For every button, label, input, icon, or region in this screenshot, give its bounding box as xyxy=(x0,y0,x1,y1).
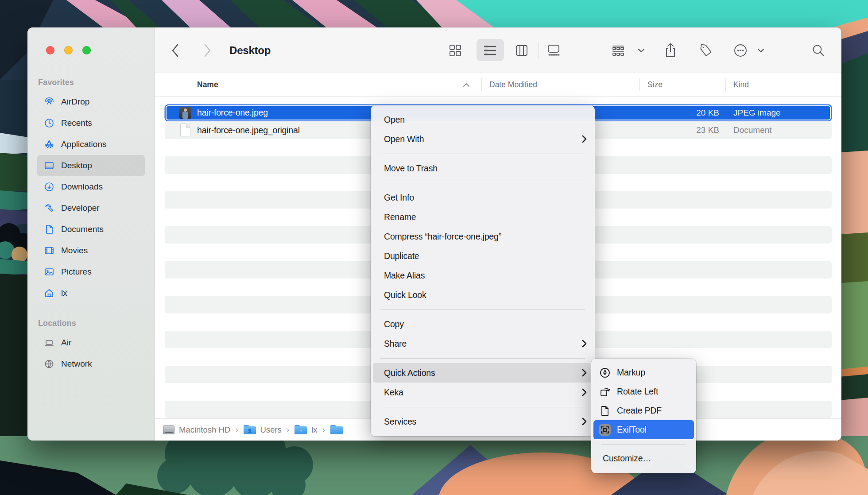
locations-section-label: Locations xyxy=(27,314,155,332)
more-options-button[interactable] xyxy=(729,27,752,73)
sidebar-item-label: Air xyxy=(61,338,71,348)
airdrop-icon xyxy=(43,96,55,108)
sidebar-item-pictures[interactable]: Pictures xyxy=(37,261,145,282)
close-button[interactable] xyxy=(46,46,54,54)
submenu-item-exiftool[interactable]: ExifTool xyxy=(593,420,694,439)
sidebar-item-developer[interactable]: Developer xyxy=(37,197,145,219)
menu-item-make-alias[interactable]: Make Alias xyxy=(371,266,595,285)
menu-item-compress[interactable]: Compress “hair-force-one.jpeg” xyxy=(371,227,595,246)
sidebar-item-network[interactable]: Network xyxy=(37,353,145,375)
share-button[interactable] xyxy=(659,27,682,73)
submenu-item-rotate-left[interactable]: Rotate Left xyxy=(593,382,694,401)
sidebar: Favorites AirDrop Recents Applications D… xyxy=(27,27,155,441)
sidebar-item-label: Downloads xyxy=(61,182,103,192)
menu-item-get-info[interactable]: Get Info xyxy=(371,188,595,207)
hard-drive-icon xyxy=(163,425,174,434)
path-item-desktop-partial[interactable] xyxy=(330,425,343,434)
path-separator-icon: › xyxy=(236,426,238,434)
laptop-icon xyxy=(43,337,55,348)
menu-separator xyxy=(371,353,595,363)
sidebar-item-label: Developer xyxy=(61,203,100,213)
path-item-lx[interactable]: ⌂ lx xyxy=(294,425,317,435)
file-name: hair-force-one.jpeg xyxy=(197,104,268,121)
menu-item-open-with[interactable]: Open With xyxy=(371,129,595,149)
column-header-date-modified[interactable]: Date Modified xyxy=(489,73,537,97)
zoom-button[interactable] xyxy=(82,46,91,54)
column-view-button[interactable] xyxy=(510,27,533,73)
menu-item-quick-actions[interactable]: Quick Actions xyxy=(373,363,593,383)
grid-view-button[interactable] xyxy=(444,27,467,73)
column-header-name[interactable]: Name xyxy=(197,73,218,97)
column-divider[interactable] xyxy=(725,78,726,91)
sidebar-item-documents[interactable]: Documents xyxy=(37,219,145,240)
folder-home-icon: ⌂ xyxy=(294,425,307,434)
image-thumbnail xyxy=(179,107,191,119)
menu-item-copy[interactable]: Copy xyxy=(371,314,595,334)
file-size: 23 KB xyxy=(598,121,719,139)
sidebar-item-movies[interactable]: Movies xyxy=(37,240,145,261)
sidebar-item-air[interactable]: Air xyxy=(37,332,145,353)
menu-item-services[interactable]: Services xyxy=(371,412,595,431)
sidebar-item-label: Applications xyxy=(61,139,106,149)
toolbar: Desktop xyxy=(155,27,841,73)
sidebar-item-recents[interactable]: Recents xyxy=(37,112,145,134)
sidebar-item-airdrop[interactable]: AirDrop xyxy=(37,91,145,112)
sidebar-item-applications[interactable]: Applications xyxy=(37,134,145,155)
column-divider[interactable] xyxy=(639,78,640,91)
column-divider[interactable] xyxy=(481,78,482,91)
back-button[interactable] xyxy=(167,27,183,73)
favorites-section-label: Favorites xyxy=(27,73,155,91)
minimize-button[interactable] xyxy=(64,46,73,54)
menu-item-keka[interactable]: Keka xyxy=(371,383,595,402)
column-header-kind[interactable]: Kind xyxy=(733,73,749,97)
menu-item-share[interactable]: Share xyxy=(371,334,595,353)
sidebar-item-label: AirDrop xyxy=(61,97,89,107)
document-file-icon xyxy=(180,124,190,136)
document-icon xyxy=(43,224,55,235)
group-by-button[interactable] xyxy=(606,27,631,73)
column-header-row: Name Date Modified Size Kind xyxy=(155,73,841,97)
submenu-separator xyxy=(591,439,696,449)
sidebar-item-desktop[interactable]: Desktop xyxy=(37,155,145,176)
sidebar-item-home[interactable]: lx xyxy=(37,282,145,304)
path-item-label: lx xyxy=(311,425,317,435)
desktop-icon xyxy=(43,160,55,171)
tag-button[interactable] xyxy=(694,27,717,73)
menu-separator xyxy=(371,305,595,314)
file-size: 20 KB xyxy=(598,104,719,121)
app-store-icon xyxy=(43,139,55,150)
sidebar-item-label: Recents xyxy=(61,118,92,128)
column-header-size[interactable]: Size xyxy=(647,73,663,97)
submenu-chevron-icon xyxy=(581,417,587,426)
clock-icon xyxy=(43,117,55,129)
sidebar-item-downloads[interactable]: Downloads xyxy=(37,176,145,197)
sort-ascending-icon xyxy=(462,73,470,97)
menu-item-move-to-trash[interactable]: Move to Trash xyxy=(371,159,595,178)
film-icon xyxy=(43,245,55,256)
menu-item-quick-look[interactable]: Quick Look xyxy=(371,285,595,305)
gallery-view-button[interactable] xyxy=(542,27,565,73)
sidebar-item-label: lx xyxy=(61,288,67,298)
window-title: Desktop xyxy=(229,27,271,73)
file-name: hair-force-one.jpeg_original xyxy=(197,121,300,139)
list-view-button[interactable] xyxy=(477,27,503,73)
submenu-item-customize[interactable]: Customize… xyxy=(593,449,694,468)
submenu-item-create-pdf[interactable]: Create PDF xyxy=(593,401,694,420)
toolbar-divider xyxy=(539,42,539,58)
submenu-chevron-icon xyxy=(581,388,587,397)
submenu-item-markup[interactable]: Markup xyxy=(593,363,694,382)
photo-icon xyxy=(43,266,55,278)
home-icon xyxy=(43,287,55,299)
folder-icon xyxy=(330,425,343,434)
menu-item-open[interactable]: Open xyxy=(371,110,595,129)
globe-icon xyxy=(43,358,55,370)
forward-button[interactable] xyxy=(199,27,215,73)
sidebar-item-label: Pictures xyxy=(61,267,92,277)
path-item-macintosh-hd[interactable]: Macintosh HD xyxy=(163,425,230,435)
menu-item-rename[interactable]: Rename xyxy=(371,207,595,227)
menu-item-duplicate[interactable]: Duplicate xyxy=(371,246,595,266)
path-separator-icon: › xyxy=(323,426,325,434)
path-item-users[interactable]: 👤 Users xyxy=(244,425,282,435)
search-button[interactable] xyxy=(807,27,830,73)
quick-actions-submenu: Markup Rotate Left Create PDF ExifTool C… xyxy=(591,359,696,473)
